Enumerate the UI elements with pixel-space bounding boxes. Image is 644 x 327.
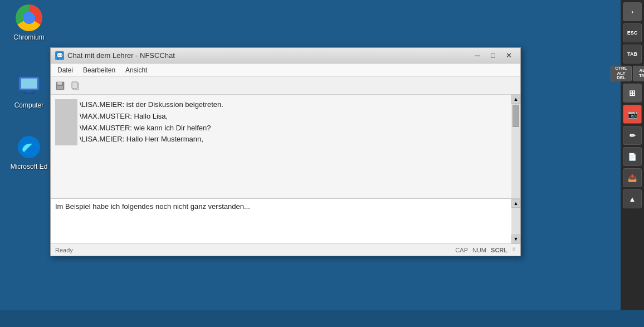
statusbar-right: CAP NUM SCRL ⠿: [455, 247, 516, 253]
toolbar-file-icon[interactable]: 📄: [623, 147, 642, 166]
toolbar-upload-icon[interactable]: 📤: [623, 168, 642, 187]
chat-input-field[interactable]: [51, 199, 511, 243]
toolbar-save-icon[interactable]: [53, 79, 67, 92]
chromium-label: Chromium: [13, 33, 44, 41]
toolbar-expand-btn[interactable]: ›: [623, 2, 642, 21]
statusbar: Ready CAP NUM SCRL ⠿: [51, 243, 520, 256]
status-ready: Ready: [55, 247, 73, 253]
tab-button[interactable]: TAB: [623, 45, 642, 64]
close-button[interactable]: ✕: [501, 50, 516, 61]
screenshot-button[interactable]: 📷: [623, 105, 642, 124]
menubar: Datei Bearbeiten Ansicht: [51, 64, 520, 77]
esc-button[interactable]: ESC: [623, 23, 642, 42]
svg-rect-7: [57, 86, 63, 89]
input-scroll-down[interactable]: ▼: [511, 235, 520, 243]
taskbar: [0, 310, 644, 327]
maximize-button[interactable]: □: [486, 50, 500, 61]
window-controls: ─ □ ✕: [470, 50, 516, 61]
input-scroll-up[interactable]: ▲: [511, 199, 520, 208]
chat-message-2: \MAX.MUSTER: Hallo Lisa,: [80, 111, 507, 123]
chat-message-4: \LISA.MEIER: Hallo Herr Mustermann,: [80, 134, 507, 145]
scroll-thumb[interactable]: [513, 105, 519, 127]
msedge-desktop-icon[interactable]: Microsoft Ed: [7, 134, 51, 170]
chat-message-1: \LISA.MEIER: ist der Diskussion beigetre…: [80, 99, 507, 111]
alt-tab-button[interactable]: ALTTAB: [633, 66, 644, 81]
msedge-icon-image: [16, 134, 42, 160]
input-scrollbar[interactable]: ▲ ▼: [511, 199, 520, 243]
toolbar-collapse-btn[interactable]: ▲: [623, 189, 642, 208]
computer-icon-image: [16, 72, 42, 99]
chat-message-3: \MAX.MUSTER: wie kann ich Dir helfen?: [80, 123, 507, 134]
status-num: NUM: [472, 247, 486, 253]
window-title: Chat mit dem Lehrer - NFSCChat: [67, 51, 470, 60]
chat-avatar: [55, 99, 77, 145]
scroll-up-arrow[interactable]: ▲: [511, 95, 520, 104]
toolbar-edit-icon[interactable]: ✏: [623, 126, 642, 145]
svg-rect-6: [57, 82, 62, 85]
chat-messages-area: \LISA.MEIER: ist der Diskussion beigetre…: [51, 95, 511, 198]
input-section: ▲ ▼: [51, 198, 520, 243]
messages-section: \LISA.MEIER: ist der Diskussion beigetre…: [51, 95, 520, 198]
window-titlebar: 💬 Chat mit dem Lehrer - NFSCChat ─ □ ✕: [51, 48, 520, 64]
window-toolbar: [51, 77, 520, 95]
status-grip: ⠿: [512, 247, 516, 253]
right-toolbar: › ESC TAB CTRLALTDEL ALTTAB ⊞ 📷 ✏ 📄 📤 ▲: [621, 0, 644, 327]
messages-scrollbar[interactable]: ▲: [511, 95, 520, 198]
menu-ansicht[interactable]: Ansicht: [121, 65, 152, 75]
svg-rect-1: [21, 79, 37, 89]
toolbar-copy-icon[interactable]: [69, 79, 83, 92]
msedge-label: Microsoft Ed: [11, 163, 48, 170]
menu-bearbeiten[interactable]: Bearbeiten: [79, 65, 120, 75]
chromium-desktop-icon[interactable]: Chromium: [7, 4, 51, 41]
computer-desktop-icon[interactable]: Computer: [7, 72, 51, 109]
status-scrl: SCRL: [491, 247, 508, 253]
window-icon: 💬: [55, 51, 64, 60]
svg-rect-3: [23, 92, 35, 94]
minimize-button[interactable]: ─: [470, 50, 485, 61]
windows-key-button[interactable]: ⊞: [623, 84, 642, 103]
ctrl-alt-del-button[interactable]: CTRLALTDEL: [611, 66, 632, 81]
chat-row: \LISA.MEIER: ist der Diskussion beigetre…: [55, 99, 507, 145]
svg-rect-9: [72, 82, 77, 89]
chat-window: 💬 Chat mit dem Lehrer - NFSCChat ─ □ ✕ D…: [50, 47, 521, 256]
chromium-icon-image: [16, 4, 42, 31]
computer-label: Computer: [14, 101, 44, 109]
menu-datei[interactable]: Datei: [53, 65, 77, 75]
chat-messages-content: \LISA.MEIER: ist der Diskussion beigetre…: [80, 99, 507, 145]
status-cap: CAP: [455, 247, 468, 253]
svg-rect-2: [26, 90, 32, 92]
